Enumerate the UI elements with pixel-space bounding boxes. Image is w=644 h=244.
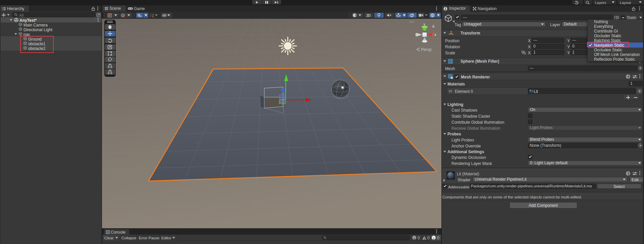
svg-text:y: y xyxy=(424,22,426,26)
svg-text:x: x xyxy=(434,33,436,37)
svg-text:Persp: Persp xyxy=(421,47,432,52)
svg-text:Y: Y xyxy=(140,15,142,18)
